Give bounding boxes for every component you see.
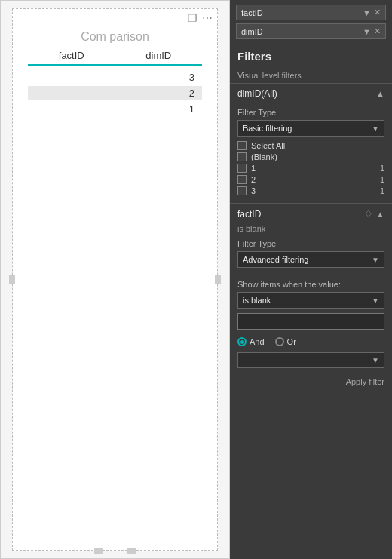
left-panel: ❐ ⋯ Com parison factID dimID 3 2 1 xyxy=(0,0,230,559)
checkbox-2-count: 1 xyxy=(380,175,384,184)
filter-section-factid: factID ♢ ▲ is blank Filter Type Advanced… xyxy=(230,203,392,392)
condition-dropdown[interactable]: is blank ▼ xyxy=(237,292,384,309)
chip-icons: ▼ ✕ xyxy=(363,8,381,17)
radio-or[interactable]: Or xyxy=(275,337,296,346)
chip-icons-2: ▼ ✕ xyxy=(363,26,381,36)
checkbox-2-box[interactable] xyxy=(237,175,247,184)
chip-dropdown-icon[interactable]: ▼ xyxy=(363,8,371,17)
chip-dimid[interactable]: dimID ▼ ✕ xyxy=(236,23,386,39)
chip-close-icon-2[interactable]: ✕ xyxy=(374,26,381,36)
chip-factid-label: factID xyxy=(241,8,263,17)
resize-handle-left[interactable] xyxy=(9,275,15,284)
visual-title: Com parison xyxy=(13,27,217,50)
radio-and-dot xyxy=(237,337,247,346)
filter-section-factid-title: factID xyxy=(237,209,261,220)
apply-filter-button[interactable]: Apply filter xyxy=(346,377,384,386)
row-value: 3 xyxy=(189,72,194,83)
condition-dropdown-arrow: ▼ xyxy=(372,296,379,305)
table-columns: factID dimID xyxy=(28,50,202,66)
resize-handle-bottom-right[interactable] xyxy=(127,548,136,554)
basic-filtering-dropdown[interactable]: Basic filtering ▼ xyxy=(237,120,384,137)
filter-section-dimid: dimID(All) ▲ Filter Type Basic filtering… xyxy=(230,83,392,200)
table-row: 2 xyxy=(28,86,202,100)
filter-type-label-2: Filter Type xyxy=(237,239,384,248)
show-items-label: Show items when the value: xyxy=(230,277,392,292)
row-value: 2 xyxy=(189,88,194,99)
visual-level-label: Visual level filters xyxy=(230,66,392,83)
table-rows: 3 2 1 xyxy=(28,70,202,116)
radio-or-dot xyxy=(275,337,284,346)
is-blank-label: is blank xyxy=(230,224,392,235)
col-header-factid: factID xyxy=(59,50,84,61)
checkbox-blank[interactable]: (Blank) xyxy=(237,152,384,161)
table-area: factID dimID 3 2 1 xyxy=(13,50,217,116)
checkbox-1[interactable]: 1 1 xyxy=(237,164,384,173)
resize-handle-right[interactable] xyxy=(215,275,221,284)
chip-dropdown-icon-2[interactable]: ▼ xyxy=(363,27,371,36)
more-options-icon[interactable]: ⋯ xyxy=(202,12,213,24)
advanced-filtering-arrow: ▼ xyxy=(372,256,379,264)
checkbox-1-count: 1 xyxy=(380,164,384,173)
filter-section-dimid-header[interactable]: dimID(All) ▲ xyxy=(230,84,392,103)
radio-group: And Or xyxy=(230,334,392,349)
radio-and[interactable]: And xyxy=(237,337,265,346)
radio-or-label: Or xyxy=(287,337,296,346)
checkbox-select-all-box[interactable] xyxy=(237,141,247,150)
filters-title: Filters xyxy=(230,44,392,66)
maximize-icon[interactable]: ❐ xyxy=(188,12,198,24)
filter-section-dimid-title: dimID(All) xyxy=(237,88,277,99)
checkbox-blank-label: (Blank) xyxy=(251,152,277,161)
col-header-dimid: dimID xyxy=(145,50,171,61)
filter-section-dimid-body: Filter Type Basic filtering ▼ Select All… xyxy=(230,103,392,200)
checkbox-2[interactable]: 2 1 xyxy=(237,175,384,184)
filter-section-factid-body: Filter Type Advanced filtering ▼ xyxy=(230,235,392,277)
table-header-bar: ❐ ⋯ xyxy=(13,9,217,27)
checkbox-list: Select All (Blank) 1 1 2 1 xyxy=(237,141,384,195)
chip-factid[interactable]: factID ▼ ✕ xyxy=(236,5,386,20)
checkbox-3[interactable]: 3 1 xyxy=(237,186,384,195)
apply-filter-row: Apply filter xyxy=(230,371,392,392)
checkbox-3-box[interactable] xyxy=(237,186,247,195)
filter-section-factid-header[interactable]: factID ♢ ▲ xyxy=(230,204,392,224)
filter-type-label-1: Filter Type xyxy=(237,108,384,117)
resize-handle-bottom-left[interactable] xyxy=(94,548,103,554)
checkbox-1-label: 1 xyxy=(251,164,256,173)
chevron-up-icon: ▲ xyxy=(376,89,384,98)
checkbox-select-all-label: Select All xyxy=(251,141,285,150)
eraser-icon[interactable]: ♢ xyxy=(364,208,373,220)
clear-btn-area: ♢ ▲ xyxy=(364,208,384,220)
checkbox-blank-box[interactable] xyxy=(237,152,247,161)
table-row: 1 xyxy=(28,102,202,116)
chevron-up-icon-2: ▲ xyxy=(376,210,384,219)
basic-filtering-label: Basic filtering xyxy=(243,124,292,133)
filter-chips: factID ▼ ✕ dimID ▼ ✕ xyxy=(230,0,392,44)
checkbox-3-label: 3 xyxy=(251,186,256,195)
basic-filtering-arrow: ▼ xyxy=(372,124,379,133)
chip-close-icon[interactable]: ✕ xyxy=(374,8,381,17)
checkbox-select-all[interactable]: Select All xyxy=(237,141,384,150)
condition-input[interactable] xyxy=(237,313,384,330)
table-row: 3 xyxy=(28,70,202,84)
checkbox-3-count: 1 xyxy=(380,186,384,195)
second-condition-arrow: ▼ xyxy=(372,356,379,364)
advanced-filtering-label: Advanced filtering xyxy=(243,255,308,264)
checkbox-2-label: 2 xyxy=(251,175,256,184)
right-panel: factID ▼ ✕ dimID ▼ ✕ Filters Visual leve… xyxy=(230,0,392,559)
row-value: 1 xyxy=(189,103,194,115)
table-visual: ❐ ⋯ Com parison factID dimID 3 2 1 xyxy=(12,8,218,551)
chip-dimid-label: dimID xyxy=(241,27,263,36)
radio-and-label: And xyxy=(250,337,265,346)
condition-dropdown-label: is blank xyxy=(243,296,271,305)
advanced-filtering-dropdown[interactable]: Advanced filtering ▼ xyxy=(237,251,384,268)
second-condition-dropdown[interactable]: ▼ xyxy=(237,352,384,368)
checkbox-1-box[interactable] xyxy=(237,164,247,173)
